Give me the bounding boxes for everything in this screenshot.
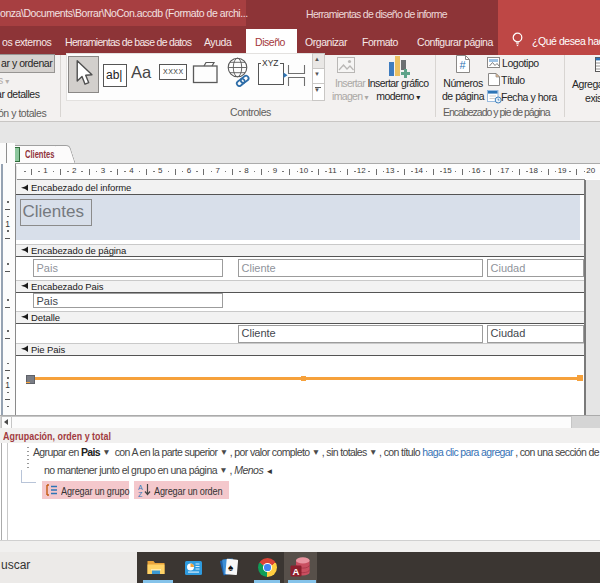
svg-text:#: # xyxy=(460,59,467,71)
svg-text:♠: ♠ xyxy=(228,562,234,573)
svg-text:A: A xyxy=(138,484,143,491)
svg-text:A: A xyxy=(293,566,300,577)
svg-text:Z: Z xyxy=(138,491,143,498)
